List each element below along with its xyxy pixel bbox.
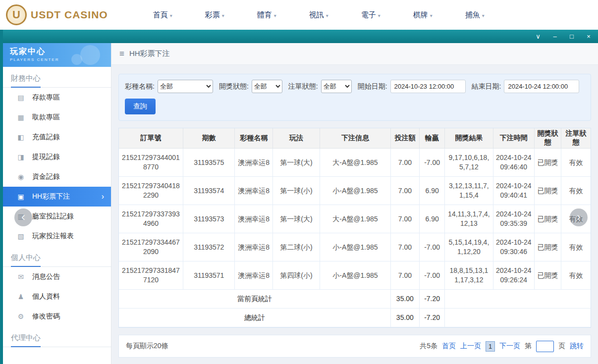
table-cell: 6.90 — [420, 177, 445, 205]
window-titlebar: ∨ – □ × — [3, 30, 598, 43]
order-status-filter-label: 注單狀態: — [288, 82, 318, 91]
profile-icon: ♟ — [17, 293, 25, 301]
nav-item[interactable]: 捕魚▾ — [449, 10, 501, 20]
sidebar-item-label: 資金記錄 — [32, 172, 60, 181]
search-button[interactable]: 查詢 — [125, 99, 156, 114]
table-cell: 有效 — [561, 261, 591, 290]
sidebar-item[interactable]: ◧充值記錄 — [3, 127, 111, 147]
sidebar-item-label: 修改密碼 — [32, 312, 60, 321]
jump-page-input[interactable] — [536, 341, 554, 352]
sidebar-item[interactable]: ▣HH彩票下注› — [3, 187, 111, 207]
table-cell: 大-A盤@1.985 — [320, 149, 391, 177]
nav-item-label: 視訊 — [309, 10, 324, 19]
sidebar-item[interactable]: ▦取款專區 — [3, 107, 111, 127]
nav-item-label: 棋牌 — [413, 10, 428, 19]
sidebar-sections: 財務中心▤存款專區▦取款專區◧充值記錄◨提現記錄◉資金記錄▣HH彩票下注›▥廳室… — [3, 67, 111, 347]
nav-item[interactable]: 體育▾ — [241, 10, 293, 20]
current-page[interactable]: 1 — [486, 341, 495, 352]
sidebar-item[interactable]: ◉資金記錄 — [3, 167, 111, 187]
table-cell: 7.00 — [390, 205, 419, 233]
lottery-select[interactable]: 全部 — [158, 80, 213, 93]
summary-row: 總統計35.00-7.20 — [119, 309, 591, 327]
sidebar-item[interactable]: ▤存款專區 — [3, 88, 111, 107]
topnav: U USDT CASINO 首頁▾彩票▾體育▾視訊▾電子▾棋牌▾捕魚▾ — [0, 0, 598, 30]
table-column-header: 注單狀態 — [561, 128, 591, 149]
sidebar-item[interactable]: ⚙修改密碼 — [3, 307, 111, 326]
table-cell: 6.90 — [420, 205, 445, 233]
table-column-header: 投注額 — [390, 128, 419, 149]
table-column-header: 下注信息 — [320, 128, 391, 149]
table-cell: 2152172973373934960 — [119, 205, 183, 233]
table-cell: 第二球(小) — [272, 233, 320, 261]
chevron-down-icon: ▾ — [222, 13, 224, 18]
summary-bet-total: 35.00 — [390, 309, 419, 327]
logo[interactable]: U USDT CASINO — [6, 4, 108, 25]
menu-icon[interactable]: ≡ — [119, 49, 124, 59]
table-row: 215217297334467209031193572澳洲幸运8第二球(小)小-… — [119, 233, 591, 261]
table-column-header: 期數 — [183, 128, 235, 149]
table-column-header: 訂單號 — [119, 128, 183, 149]
logo-icon: U — [6, 4, 27, 25]
sidebar-item-label: 消息公告 — [32, 272, 60, 281]
table-row: 215217297337393496031193573澳洲幸运8第一球(大)大-… — [119, 205, 591, 233]
maximize-icon[interactable]: □ — [568, 33, 575, 40]
next-page-link[interactable]: 下一页 — [499, 342, 520, 351]
sidebar-item[interactable]: ✉消息公告 — [3, 267, 111, 287]
prev-page-link[interactable]: 上一页 — [460, 342, 481, 351]
jump-prefix-label: 第 — [525, 342, 532, 351]
table-cell: 7.00 — [390, 177, 419, 205]
table-row: 215217297331847712031193571澳洲幸运8第四球(小)小-… — [119, 261, 591, 290]
nav-item[interactable]: 首頁▾ — [137, 10, 189, 20]
minimize-icon[interactable]: – — [551, 33, 558, 40]
app-window: ∨ – □ × 玩家中心 PLAYERS CENTER 財務中心▤存款專區▦取款… — [0, 30, 598, 364]
nav-item[interactable]: 視訊▾ — [293, 10, 345, 20]
summary-winloss-total: -7.20 — [420, 309, 445, 327]
jump-suffix-label: 页 — [558, 342, 565, 351]
summary-label: 總統計 — [119, 309, 390, 327]
sidebar-item[interactable]: ▧玩家投注報表 — [3, 226, 111, 246]
window-chevron-down-icon[interactable]: ∨ — [535, 33, 542, 40]
table-cell: 7.00 — [390, 233, 419, 261]
summary-bet-total: 35.00 — [390, 290, 419, 309]
filter-panel: 彩種名稱: 全部 開獎狀態: 全部 注單狀態: 全部 開始日期: 結束日期: — [118, 74, 591, 121]
nav-item-label: 彩票 — [205, 10, 220, 19]
nav-item[interactable]: 電子▾ — [345, 10, 397, 20]
funds-record-icon: ◉ — [17, 173, 25, 181]
jump-button[interactable]: 跳转 — [570, 342, 584, 351]
table-cell: 14,11,3,1,7,4,12,13 — [445, 205, 493, 233]
order-status-select[interactable]: 全部 — [321, 80, 352, 93]
table-cell: 2024-10-24 09:40:41 — [493, 177, 534, 205]
start-date-input[interactable] — [390, 80, 466, 93]
table-column-header: 輸贏 — [420, 128, 445, 149]
carousel-right-arrow[interactable]: › — [570, 208, 588, 226]
table-cell: 2152172973404182290 — [119, 177, 183, 205]
table-cell: 2024-10-24 09:46:40 — [493, 149, 534, 177]
end-date-input[interactable] — [504, 80, 579, 93]
table-row: 215217297344001877031193575澳洲幸运8第一球(大)大-… — [119, 149, 591, 177]
sidebar-item[interactable]: ♟個人資料 — [3, 287, 111, 307]
nav-item[interactable]: 彩票▾ — [189, 10, 241, 20]
sidebar-section-label-text: 代理中心 — [11, 333, 41, 347]
carousel-left-arrow[interactable]: ‹ — [14, 208, 32, 226]
logo-text: USDT CASINO — [31, 9, 108, 21]
first-page-link[interactable]: 首页 — [442, 342, 456, 351]
table-cell: 第一球(大) — [272, 205, 320, 233]
table-cell: 3,12,13,11,7,1,15,4 — [445, 177, 493, 205]
summary-blank — [445, 309, 591, 327]
summary-winloss-total: -7.20 — [420, 290, 445, 309]
start-date-label: 開始日期: — [358, 82, 387, 91]
chevron-down-icon: ▾ — [274, 13, 276, 18]
sidebar-item[interactable]: ◨提現記錄 — [3, 147, 111, 167]
table-column-header: 下注時間 — [493, 128, 534, 149]
table-column-header: 開獎狀態 — [534, 128, 561, 149]
total-count: 共5条 — [420, 342, 437, 351]
close-icon[interactable]: × — [585, 33, 592, 40]
draw-status-select[interactable]: 全部 — [252, 80, 282, 93]
table-cell: 31193574 — [183, 177, 235, 205]
nav-item[interactable]: 棋牌▾ — [397, 10, 449, 20]
sidebar-section-label: 個人中心 — [3, 246, 111, 267]
table-cell: 小-A盤@1.985 — [320, 177, 391, 205]
sidebar-section-label-text: 財務中心 — [11, 74, 41, 88]
table-cell: 31193573 — [183, 205, 235, 233]
table-cell: 31193572 — [183, 233, 235, 261]
